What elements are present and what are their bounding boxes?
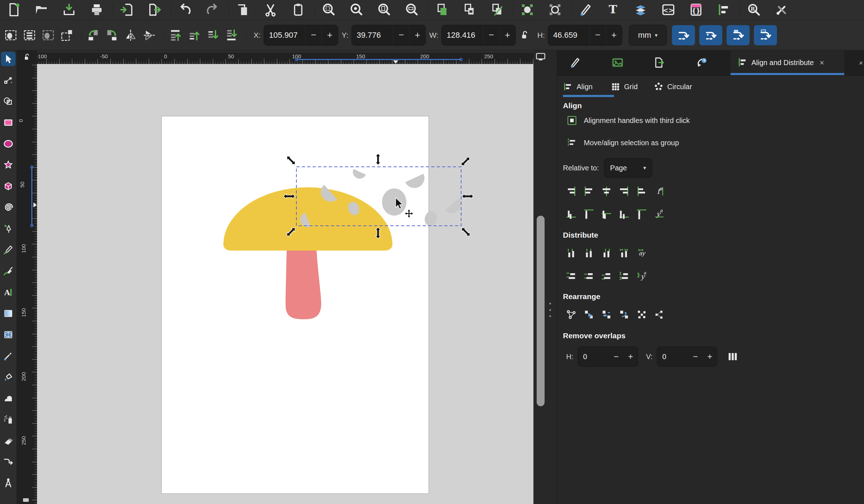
create-clone-button[interactable] xyxy=(461,1,478,18)
exchange-selection-order-button[interactable] xyxy=(582,308,596,321)
connector-tool-button[interactable] xyxy=(1,455,15,469)
scale-corners-toggle-button[interactable] xyxy=(699,25,722,45)
find-replace-button[interactable]: R xyxy=(745,1,763,18)
align-left-edges-button[interactable] xyxy=(582,184,596,198)
align-top-edges-button[interactable] xyxy=(582,207,596,220)
mesh-gradient-tool-button[interactable] xyxy=(1,327,15,342)
scale-stroke-toggle-button[interactable] xyxy=(672,25,695,45)
vertical-scrollbar-thumb[interactable] xyxy=(537,216,545,406)
undo-button[interactable] xyxy=(176,1,194,18)
gradient-tool-button[interactable] xyxy=(1,306,15,321)
y-value[interactable]: 39.776 xyxy=(352,31,393,40)
redo-button[interactable] xyxy=(204,1,221,18)
align-left-edges-to-right-anchor-button[interactable] xyxy=(635,184,649,198)
new-document-button[interactable] xyxy=(5,1,22,18)
mushroom-stem[interactable] xyxy=(286,251,321,319)
zoom-page-button[interactable] xyxy=(375,1,392,18)
raise-one-step-button[interactable] xyxy=(186,27,202,43)
import-button[interactable] xyxy=(118,1,136,18)
object-properties-button[interactable]: {} xyxy=(687,1,705,18)
h-plus-button[interactable]: + xyxy=(606,25,622,45)
pen-tool-button[interactable] xyxy=(1,221,15,236)
ruler-corner[interactable] xyxy=(17,50,37,64)
overlap-spinbox[interactable]: 0 − + xyxy=(578,347,638,367)
distribute-text-baselines-button[interactable]: ya xyxy=(635,269,649,283)
unclump-button[interactable] xyxy=(652,308,666,321)
align-center-vertical-button[interactable] xyxy=(600,184,613,198)
mushroom-spot[interactable] xyxy=(445,198,464,217)
flip-horizontal-button[interactable] xyxy=(123,27,138,43)
paint-bucket-tool-button[interactable] xyxy=(1,370,15,384)
mushroom-spot[interactable] xyxy=(382,188,406,216)
selection-scale-handle[interactable] xyxy=(460,226,472,238)
h-minus-button[interactable]: − xyxy=(590,25,606,45)
y-plus-button[interactable]: + xyxy=(409,25,426,45)
x-value[interactable]: 105.907 xyxy=(264,31,305,40)
distribute-top-edges-button[interactable] xyxy=(564,269,578,283)
exchange-clockwise-button[interactable] xyxy=(617,308,631,321)
distribute-bottom-edges-button[interactable] xyxy=(600,269,613,283)
distribute-text-anchors-button[interactable]: ay xyxy=(635,247,649,260)
fill-stroke-dialog-button[interactable] xyxy=(577,1,594,18)
spiral-tool-button[interactable] xyxy=(1,200,15,215)
tab-grid[interactable]: Grid xyxy=(610,78,638,96)
display-mode-icon[interactable] xyxy=(535,52,547,62)
panel-splitter-handle[interactable] xyxy=(549,303,551,317)
cut-button[interactable] xyxy=(262,1,279,18)
save-document-button[interactable] xyxy=(60,1,78,18)
print-button[interactable] xyxy=(88,1,105,18)
select-all-layers-button[interactable] xyxy=(22,27,37,43)
selection-scale-handle[interactable] xyxy=(460,156,472,168)
measure-tool-button[interactable] xyxy=(1,476,15,490)
select-all-button[interactable] xyxy=(3,27,19,43)
raise-to-top-button[interactable] xyxy=(168,27,183,43)
lower-to-bottom-button[interactable] xyxy=(224,27,240,43)
align-center-horizontal-button[interactable] xyxy=(600,207,613,220)
copy-button[interactable] xyxy=(234,1,251,18)
vertical-ruler[interactable]: 050100150200250 xyxy=(17,64,37,504)
move-gradients-toggle-button[interactable] xyxy=(727,25,750,45)
align-text-anchor-horizontal-button[interactable]: fa xyxy=(652,184,666,198)
relative-to-dropdown[interactable]: Page ▾ xyxy=(604,158,652,178)
open-document-button[interactable] xyxy=(33,1,50,18)
node-tool-button[interactable] xyxy=(1,73,15,87)
remove-overlaps-button[interactable] xyxy=(726,350,740,363)
align-distribute-dialog-button[interactable] xyxy=(715,1,732,18)
distribute-equal-gaps-horizontal-button[interactable] xyxy=(617,247,631,260)
rectangle-tool-button[interactable] xyxy=(1,115,15,130)
selection-scale-handle[interactable] xyxy=(462,194,473,199)
xml-editor-button[interactable]: <> xyxy=(660,1,677,18)
exchange-stacking-order-button[interactable] xyxy=(600,308,613,321)
unlink-clone-button[interactable] xyxy=(488,1,506,18)
dropper-tool-button[interactable] xyxy=(1,349,15,363)
y-spinbox[interactable]: 39.776 − + xyxy=(351,25,426,46)
zoom-drawing-button[interactable] xyxy=(347,1,365,18)
shape-builder-tool-button[interactable] xyxy=(1,94,15,109)
distribute-right-edges-button[interactable] xyxy=(600,247,613,260)
option-alignment-handles[interactable]: Alignment handles with third click xyxy=(567,115,690,126)
box3d-tool-button[interactable] xyxy=(1,179,15,193)
x-plus-button[interactable]: + xyxy=(322,25,338,45)
group-button[interactable] xyxy=(519,1,536,18)
distribute-left-edges-button[interactable] xyxy=(564,247,578,260)
selector-tool-button[interactable] xyxy=(1,52,15,66)
align-bottom-edges-to-top-anchor-button[interactable] xyxy=(564,207,578,220)
calligraphy-tool-button[interactable] xyxy=(1,264,15,278)
h-value[interactable]: 46.659 xyxy=(548,31,590,40)
minus-button[interactable]: − xyxy=(609,347,623,366)
export-button[interactable] xyxy=(146,1,163,18)
plus-button[interactable]: + xyxy=(702,347,717,366)
distribute-centers-vertical-button[interactable] xyxy=(582,269,596,283)
flip-vertical-button[interactable] xyxy=(141,27,157,43)
text-dialog-button[interactable]: T xyxy=(604,1,622,18)
spray-tool-button[interactable] xyxy=(1,412,15,427)
preferences-button[interactable] xyxy=(773,1,790,18)
w-plus-button[interactable]: + xyxy=(499,25,515,45)
distribute-equal-gaps-vertical-button[interactable] xyxy=(617,269,631,283)
align-right-edges-button[interactable] xyxy=(617,184,631,198)
layers-dialog-button[interactable] xyxy=(632,1,649,18)
tab-align[interactable]: Align xyxy=(563,78,592,96)
selection-box-button[interactable] xyxy=(59,27,75,43)
move-patterns-toggle-button[interactable] xyxy=(754,25,777,45)
distribute-centers-horizontal-button[interactable] xyxy=(582,247,596,260)
